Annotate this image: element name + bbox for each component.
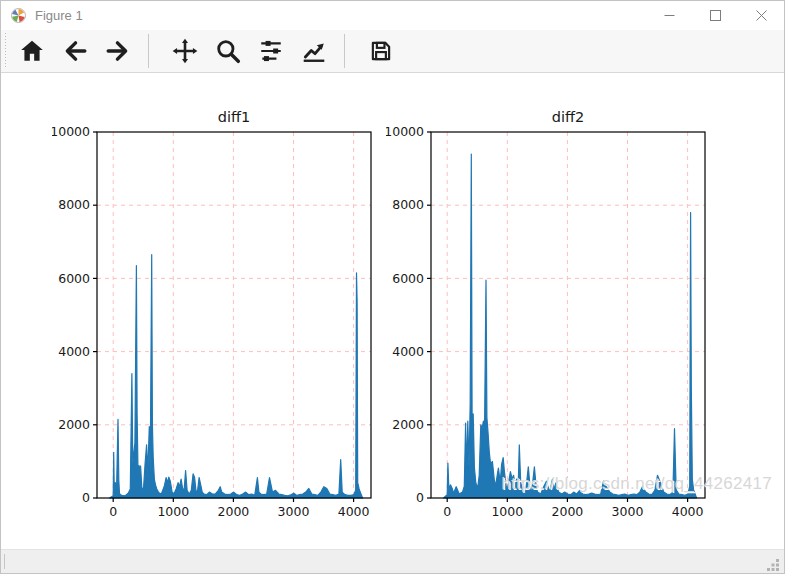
subplot-diff1: 010002000300040000200040006000800010000d… (52, 102, 382, 530)
maximize-button[interactable] (692, 1, 738, 30)
axes-diff2: 010002000300040000200040006000800010000d… (386, 102, 716, 530)
x-tick-label: 0 (443, 504, 451, 519)
window-title: Figure 1 (35, 8, 83, 23)
y-tick-label: 10000 (52, 124, 90, 139)
y-tick-label: 0 (82, 490, 90, 505)
back-button[interactable] (57, 33, 93, 69)
y-tick-label: 6000 (392, 271, 424, 286)
y-tick-label: 0 (416, 490, 424, 505)
y-tick-label: 2000 (58, 417, 90, 432)
y-tick-label: 8000 (58, 197, 90, 212)
x-tick-label: 0 (109, 504, 117, 519)
x-tick-label: 1000 (491, 504, 523, 519)
y-tick-label: 4000 (392, 344, 424, 359)
close-button[interactable] (738, 1, 784, 30)
toolbar-separator (344, 34, 345, 68)
subplot-title: diff1 (218, 109, 250, 125)
statusbar-grip (4, 554, 5, 569)
y-tick-label: 2000 (392, 417, 424, 432)
subplot-title: diff2 (552, 109, 584, 125)
x-tick-label: 3000 (612, 504, 644, 519)
matplotlib-logo-icon (10, 7, 27, 24)
data-series (110, 255, 363, 498)
x-tick-label: 2000 (551, 504, 583, 519)
figure-window: Figure 1 (0, 0, 785, 574)
toolbar-drag-handle[interactable] (3, 33, 7, 69)
configure-subplots-button[interactable] (253, 33, 289, 69)
axes-diff1: 010002000300040000200040006000800010000d… (52, 102, 382, 530)
title-bar[interactable]: Figure 1 (1, 1, 784, 31)
y-tick-label: 6000 (58, 271, 90, 286)
toolbar-separator (148, 34, 149, 68)
window-controls (646, 1, 784, 30)
resize-grip[interactable] (767, 558, 780, 571)
x-tick-label: 1000 (157, 504, 189, 519)
pan-button[interactable] (167, 33, 203, 69)
x-tick-label: 4000 (672, 504, 704, 519)
y-tick-label: 10000 (386, 124, 424, 139)
x-tick-label: 2000 (217, 504, 249, 519)
subplot-diff2: 010002000300040000200040006000800010000d… (386, 102, 716, 530)
y-tick-label: 4000 (58, 344, 90, 359)
minimize-button[interactable] (646, 1, 692, 30)
edit-axes-button[interactable] (296, 33, 332, 69)
figure-canvas: 010002000300040000200040006000800010000d… (1, 73, 784, 552)
navigation-toolbar (1, 30, 784, 73)
forward-button[interactable] (100, 33, 136, 69)
home-button[interactable] (14, 33, 50, 69)
save-button[interactable] (363, 33, 399, 69)
zoom-button[interactable] (210, 33, 246, 69)
y-tick-label: 8000 (392, 197, 424, 212)
x-tick-label: 4000 (338, 504, 370, 519)
x-tick-label: 3000 (278, 504, 310, 519)
status-bar (1, 549, 784, 573)
